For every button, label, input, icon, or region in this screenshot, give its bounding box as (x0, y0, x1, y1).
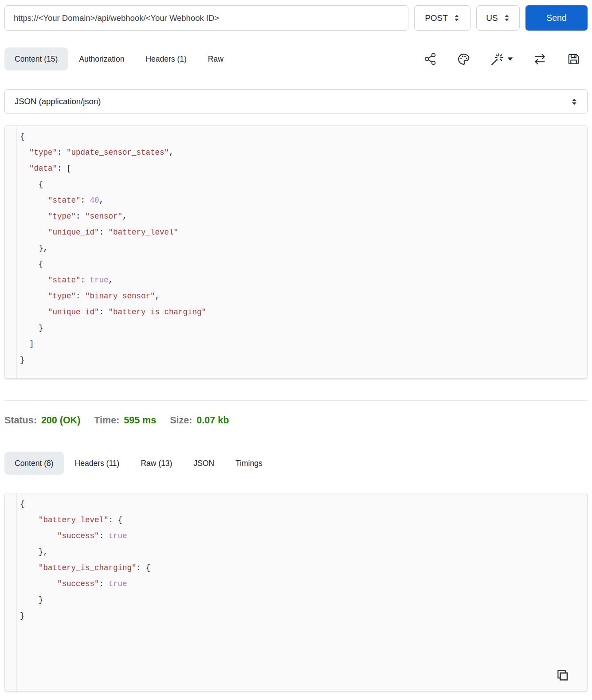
url-input[interactable] (4, 5, 408, 31)
magic-wand-menu[interactable] (490, 52, 513, 66)
tab-content-15[interactable]: Content (15) (4, 47, 68, 70)
code-line: } (20, 352, 587, 368)
code-line: }, (20, 240, 587, 256)
code-line: "type": "update_sensor_states", (20, 145, 587, 160)
size-value: 0.07 kb (196, 415, 229, 426)
response-body-viewer: { "battery_level": { "success": true }, … (4, 493, 588, 691)
locale-select[interactable]: US (476, 5, 520, 31)
request-body-editor[interactable]: { "type": "update_sensor_states", "data"… (4, 125, 588, 379)
code-line: "type": "sensor", (20, 208, 587, 224)
body-type-select[interactable]: JSON (application/json) (4, 89, 588, 114)
share-icon[interactable] (423, 52, 437, 66)
editor-gutter (5, 126, 17, 378)
code-line: } (20, 320, 587, 336)
viewer-gutter (5, 493, 17, 691)
time-label: Time: (94, 415, 119, 426)
code-line: { (20, 176, 587, 192)
code-line: "success": true (20, 528, 587, 544)
send-button[interactable]: Send (525, 5, 588, 31)
updown-caret-icon (504, 14, 510, 22)
tab-raw[interactable]: Raw (198, 47, 234, 70)
save-icon[interactable] (567, 52, 580, 66)
caret-down-icon (507, 57, 513, 61)
response-tabs-row: Content (8)Headers (11)Raw (13)JSONTimin… (4, 452, 588, 475)
method-select-value: POST (425, 13, 448, 23)
code-line: "data": [ (20, 160, 587, 176)
code-line: "success": true (20, 576, 587, 592)
body-type-select-value: JSON (application/json) (15, 97, 101, 106)
tab-json[interactable]: JSON (183, 452, 224, 475)
code-line: { (20, 129, 587, 145)
response-body-json: { "battery_level": { "success": true }, … (17, 493, 587, 691)
code-line: "unique_id": "battery_is_charging" (20, 304, 587, 320)
response-tabs: Content (8)Headers (11)Raw (13)JSONTimin… (4, 452, 274, 475)
updown-caret-icon (571, 98, 577, 106)
tab-content-8[interactable]: Content (8) (4, 452, 64, 475)
code-line: "state": 40, (20, 192, 587, 208)
code-line: "type": "binary_sensor", (20, 288, 587, 304)
request-bar: POST US Send (4, 5, 588, 31)
code-line: "unique_id": "battery_level" (20, 224, 587, 240)
status-value: 200 (OK) (41, 415, 80, 426)
code-line: { (20, 256, 587, 272)
tab-headers-11[interactable]: Headers (11) (65, 452, 130, 475)
request-toolbar (423, 52, 588, 66)
code-line: } (20, 592, 587, 608)
request-tabs-row: Content (15)AuthorizationHeaders (1)Raw (4, 47, 588, 70)
size-label: Size: (170, 415, 192, 426)
request-tabs: Content (15)AuthorizationHeaders (1)Raw (4, 47, 235, 70)
updown-caret-icon (454, 14, 460, 22)
response-status-bar: Status: 200 (OK) Time: 595 ms Size: 0.07… (4, 411, 588, 430)
status-label: Status: (4, 415, 37, 426)
tab-timings[interactable]: Timings (225, 452, 273, 475)
magic-wand-icon (490, 52, 504, 66)
copy-icon[interactable] (554, 668, 570, 684)
palette-icon[interactable] (457, 52, 470, 66)
locale-select-value: US (486, 13, 498, 23)
section-divider (4, 400, 588, 401)
request-body-json: { "type": "update_sensor_states", "data"… (17, 126, 587, 378)
swap-arrows-icon[interactable] (533, 52, 547, 66)
tab-authorization[interactable]: Authorization (69, 47, 134, 70)
code-line: { (20, 496, 587, 512)
api-client-page: POST US Send Content (15)AuthorizationHe… (0, 0, 592, 691)
time-value: 595 ms (124, 415, 156, 426)
method-select[interactable]: POST (414, 5, 470, 31)
code-line: } (20, 608, 587, 624)
tab-raw-13[interactable]: Raw (13) (130, 452, 182, 475)
code-line: "battery_is_charging": { (20, 560, 587, 576)
tab-headers-1[interactable]: Headers (1) (135, 47, 196, 70)
code-line: ] (20, 336, 587, 352)
code-line: "battery_level": { (20, 512, 587, 528)
code-line: }, (20, 544, 587, 560)
code-line: "state": true, (20, 272, 587, 288)
